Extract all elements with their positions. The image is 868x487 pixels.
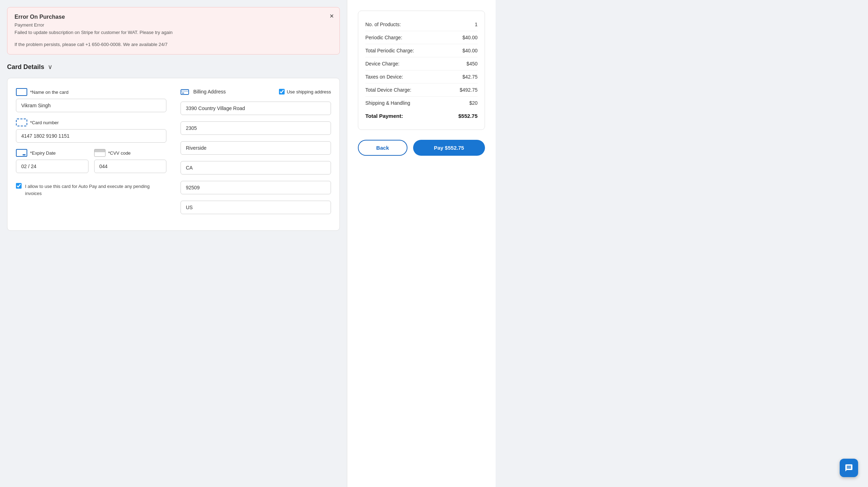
card-number-label: *Card number [16, 119, 166, 126]
summary-row: Device Charge: $450 [365, 57, 478, 70]
summary-row-value: $492.75 [459, 87, 478, 93]
zip-group [181, 181, 331, 194]
summary-box: No. of Products: 1 Periodic Charge: $40.… [358, 11, 485, 130]
chevron-down-icon: ∨ [48, 63, 52, 71]
back-button[interactable]: Back [358, 140, 407, 156]
error-title: Error On Purchase [15, 14, 332, 20]
error-banner: Error On Purchase Payment Error Failed t… [7, 7, 340, 55]
cvv-input[interactable] [94, 160, 167, 173]
summary-row-value: $42.75 [462, 74, 478, 80]
summary-row: No. of Products: 1 [365, 18, 478, 31]
error-message: Failed to update subscription on Stripe … [15, 29, 332, 36]
expiry-card-icon: - [16, 149, 27, 157]
cvv-icon [94, 149, 105, 157]
summary-row-label: Taxes on Device: [365, 74, 462, 80]
card-details-header[interactable]: Card Details ∨ [7, 63, 340, 71]
chat-fab-button[interactable] [840, 459, 858, 477]
state-input[interactable] [181, 161, 331, 174]
card-icon [16, 88, 27, 96]
summary-row-label: No. of Products: [365, 22, 475, 27]
summary-row: Total Periodic Charge: $40.00 [365, 44, 478, 57]
summary-row: Periodic Charge: $40.00 [365, 31, 478, 44]
address2-group [181, 121, 331, 135]
action-buttons: Back Pay $552.75 [358, 140, 485, 156]
summary-row-value: $20 [469, 100, 478, 106]
svg-rect-1 [181, 91, 189, 92]
pay-button[interactable]: Pay $552.75 [413, 140, 485, 156]
cvv-label: *CVV code [94, 149, 167, 157]
summary-panel: No. of Products: 1 Periodic Charge: $40.… [347, 0, 496, 487]
summary-row-value: 1 [475, 22, 478, 27]
card-dashes-icon [16, 119, 27, 126]
cvv-group: *CVV code [94, 149, 167, 173]
name-input[interactable] [16, 99, 166, 112]
summary-row: Shipping & Handling $20 [365, 97, 478, 109]
use-shipping-checkbox[interactable] [279, 89, 285, 94]
summary-row-label: Device Charge: [365, 61, 467, 67]
summary-row-label: Shipping & Handling [365, 100, 469, 106]
address1-group [181, 102, 331, 115]
summary-row-label: Periodic Charge: [365, 35, 462, 40]
summary-row-label: Total Periodic Charge: [365, 48, 462, 53]
total-label: Total Payment: [365, 113, 403, 119]
address1-input[interactable] [181, 102, 331, 115]
total-row: Total Payment: $552.75 [365, 109, 478, 122]
svg-rect-0 [181, 90, 189, 94]
card-details-title: Card Details [7, 63, 44, 71]
error-help: If the problem persists, please call +1 … [15, 41, 332, 48]
expiry-cvv-row: - *Expiry Date *CVV code [16, 149, 166, 179]
svg-rect-2 [182, 93, 184, 93]
summary-row-value: $40.00 [462, 48, 478, 53]
billing-title: Billing Address [193, 89, 226, 94]
summary-row-value: $40.00 [462, 35, 478, 40]
card-number-input[interactable] [16, 129, 166, 143]
country-input[interactable] [181, 201, 331, 214]
form-container: *Name on the card *Card number - [7, 78, 340, 231]
card-form-left: *Name on the card *Card number - [16, 88, 166, 220]
summary-row-label: Total Device Charge: [365, 87, 459, 93]
expiry-label: - *Expiry Date [16, 149, 88, 157]
city-group [181, 141, 331, 155]
expiry-input[interactable] [16, 160, 88, 173]
name-group: *Name on the card [16, 88, 166, 112]
autopay-row: I allow to use this card for Auto Pay an… [16, 183, 166, 197]
error-subtitle: Payment Error [15, 22, 332, 28]
address2-input[interactable] [181, 121, 331, 135]
card-number-group: *Card number [16, 119, 166, 143]
summary-row-value: $450 [467, 61, 478, 67]
use-shipping-label[interactable]: Use shipping address [279, 89, 331, 94]
summary-row: Total Device Charge: $492.75 [365, 84, 478, 97]
chat-icon [845, 464, 853, 472]
zip-input[interactable] [181, 181, 331, 194]
error-close-button[interactable]: × [330, 12, 334, 19]
country-group [181, 201, 331, 214]
state-group [181, 161, 331, 174]
autopay-checkbox[interactable] [16, 183, 22, 189]
billing-header: Billing Address Use shipping address [181, 88, 331, 95]
autopay-text: I allow to use this card for Auto Pay an… [25, 183, 166, 197]
billing-form: Billing Address Use shipping address [181, 88, 331, 220]
total-value: $552.75 [458, 113, 478, 119]
summary-row: Taxes on Device: $42.75 [365, 70, 478, 84]
expiry-group: - *Expiry Date [16, 149, 88, 173]
billing-address-icon [181, 88, 189, 95]
name-label: *Name on the card [16, 88, 166, 96]
city-input[interactable] [181, 141, 331, 155]
